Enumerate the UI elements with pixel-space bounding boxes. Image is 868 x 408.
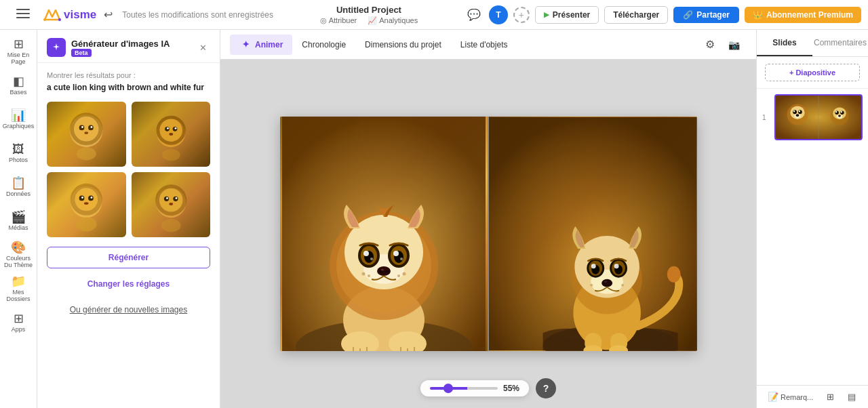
main-layout: ⊞ Mise En Page ◧ Bases 📊 Graphiques 🖼 Ph…	[0, 30, 868, 408]
svg-point-65	[379, 270, 383, 273]
svg-point-99	[798, 110, 802, 114]
svg-point-90	[614, 264, 619, 268]
ai-panel-title: Générateur d'images IA	[71, 39, 170, 49]
svg-point-34	[166, 197, 168, 199]
svg-point-68	[361, 272, 365, 276]
svg-point-70	[402, 272, 406, 276]
zoom-slider[interactable]	[430, 387, 498, 390]
svg-point-22	[75, 188, 98, 211]
svg-point-91	[601, 279, 612, 287]
zoom-control: 55%	[420, 380, 529, 396]
sidebar-item-couleurs[interactable]: 🎨 Couleurs Du Thème	[2, 239, 35, 271]
settings-icon[interactable]: ⚙	[698, 34, 722, 55]
slide-thumbnail[interactable]	[774, 94, 863, 140]
lion-thumbnail-4	[132, 172, 211, 237]
svg-point-9	[84, 131, 88, 134]
ai-panel-close-button[interactable]: ✕	[195, 40, 210, 55]
right-panel-add: + Diapositive	[757, 57, 868, 89]
ai-image-3[interactable]	[47, 172, 126, 237]
ai-panel-header: Générateur d'images IA Beta ✕	[37, 30, 220, 63]
svg-point-26	[90, 197, 92, 199]
svg-point-111	[838, 115, 841, 117]
undo-button[interactable]: ↩	[100, 7, 115, 22]
menu-button[interactable]	[7, 3, 39, 24]
canvas-bottom-controls: 55% ?	[220, 378, 756, 399]
avatar[interactable]: T	[489, 5, 508, 24]
sidebar-item-medias[interactable]: 🎬 Médias	[2, 205, 35, 237]
sidebar-item-mise-en-page[interactable]: ⊞ Mise En Page	[2, 35, 35, 68]
analytiques-icon: 📈	[368, 16, 377, 25]
ai-show-label: Montrer les résultats pour :	[47, 71, 210, 79]
couleurs-icon: 🎨	[11, 241, 26, 253]
sidebar-item-apps[interactable]: ⊞ Apps	[2, 306, 35, 339]
slide-thumb-item-1[interactable]: 1	[762, 94, 863, 140]
svg-point-109	[841, 111, 842, 113]
ai-image-2[interactable]	[132, 102, 211, 167]
layout-icon: ⊞	[14, 38, 24, 50]
photos-icon: 🖼	[12, 143, 24, 155]
svg-point-75	[667, 266, 681, 283]
help-button[interactable]: ?	[536, 378, 556, 399]
project-actions: ◎ Attribuer 📈 Analytiques	[320, 16, 418, 25]
topbar-left: visme ↩ Toutes les modifications sont en…	[7, 3, 273, 27]
lion-thumbnail-2	[132, 102, 211, 167]
svg-point-27	[84, 202, 89, 205]
svg-point-106	[835, 111, 838, 115]
chronologie-tab[interactable]: Chronologie	[292, 36, 355, 54]
svg-point-38	[161, 219, 180, 232]
ai-panel-title-text: Générateur d'images IA Beta	[71, 39, 170, 57]
animer-icon: ✦	[239, 39, 252, 51]
sidebar-item-photos[interactable]: 🖼 Photos	[2, 137, 35, 169]
list-icon: ▤	[848, 392, 856, 402]
svg-point-64	[377, 266, 391, 276]
slides-tab[interactable]: Slides	[757, 30, 812, 56]
grid-view-button[interactable]: ⊞	[821, 389, 840, 405]
nouvelles-images-button[interactable]: Ou générer de nouvelles images	[47, 300, 210, 320]
partager-button[interactable]: 🔗 Partager	[673, 7, 739, 23]
canvas-area: ✦ Animer Chronologie Dimensions du proje…	[220, 30, 756, 408]
premium-button[interactable]: 👑 Abonnement Premium	[745, 7, 861, 23]
svg-point-98	[793, 110, 797, 114]
svg-point-62	[370, 258, 373, 260]
right-panel-tabs: Slides Commentaires	[757, 30, 868, 57]
camera-icon[interactable]: 📷	[722, 35, 747, 54]
svg-point-11	[77, 147, 96, 160]
commentaires-tab[interactable]: Commentaires	[812, 30, 868, 56]
ai-image-1[interactable]	[47, 102, 126, 167]
regenerer-button[interactable]: Régénérer	[47, 247, 210, 268]
animer-tab[interactable]: ✦ Animer	[230, 35, 292, 55]
visme-logo-icon	[43, 7, 61, 22]
lion-thumbnail-3	[47, 172, 126, 237]
analytiques-button[interactable]: 📈 Analytiques	[368, 16, 418, 25]
ai-panel-body: Montrer les résultats pour : a cute lion…	[37, 63, 220, 408]
telecharger-button[interactable]: Télécharger	[604, 6, 668, 24]
add-slide-button[interactable]: + Diapositive	[765, 64, 860, 81]
ai-image-4[interactable]	[132, 172, 211, 237]
ai-query-text: a cute lion king with brown and white fu…	[47, 82, 210, 94]
slide-left-half	[280, 117, 490, 351]
sidebar-item-donnees[interactable]: 📋 Données	[2, 171, 35, 203]
add-collaborator-button[interactable]: +	[513, 7, 530, 23]
lion-left-svg	[282, 117, 486, 351]
attribuer-button[interactable]: ◎ Attribuer	[320, 16, 357, 25]
remarques-button[interactable]: 📝 Remarq...	[762, 389, 818, 405]
project-title: Untitled Project	[336, 5, 401, 15]
donnees-icon: 📋	[11, 177, 26, 189]
sidebar-item-dossiers[interactable]: 📁 Mes Dossiers	[2, 272, 35, 305]
svg-point-13	[160, 120, 181, 141]
chat-icon[interactable]: 💬	[465, 7, 484, 22]
canvas-viewport[interactable]: 55% ?	[220, 60, 756, 408]
sidebar-item-bases[interactable]: ◧ Bases	[2, 69, 35, 102]
list-view-button[interactable]: ▤	[842, 389, 861, 405]
liste-objets-tab[interactable]: Liste d'objets	[451, 36, 517, 54]
svg-point-63	[400, 258, 403, 260]
svg-point-8	[90, 126, 92, 128]
slide-right-half	[489, 117, 697, 351]
ai-panel-badge: Beta	[71, 49, 92, 57]
present-button[interactable]: ▶ Présenter	[535, 6, 599, 24]
sidebar-item-graphiques[interactable]: 📊 Graphiques	[2, 103, 35, 136]
dimensions-tab[interactable]: Dimensions du projet	[355, 36, 451, 54]
topbar-center: Untitled Project ◎ Attribuer 📈 Analytiqu…	[279, 5, 459, 25]
sidebar-icons: ⊞ Mise En Page ◧ Bases 📊 Graphiques 🖼 Ph…	[0, 30, 37, 408]
changer-reglages-button[interactable]: Changer les réglages	[47, 274, 210, 294]
